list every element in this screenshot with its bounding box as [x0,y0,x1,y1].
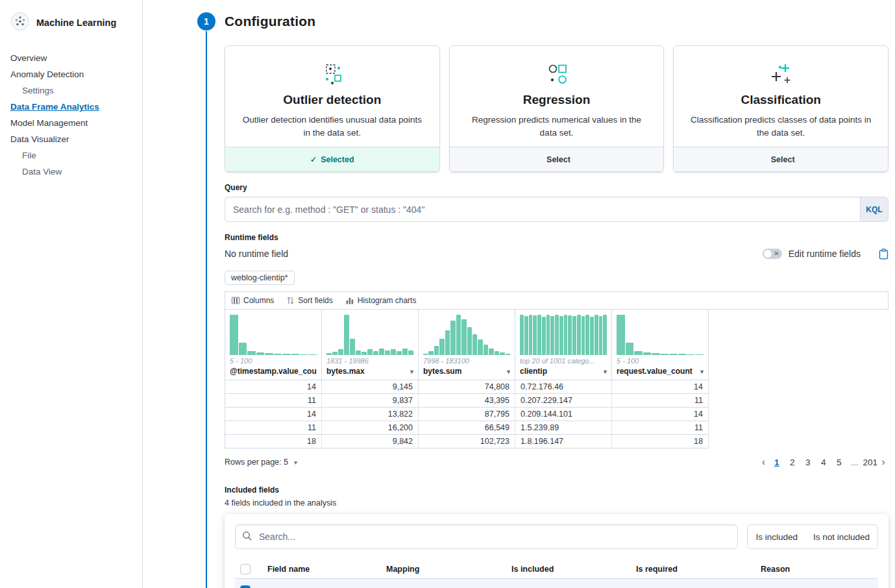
grid-cell: 9,842 [322,435,419,448]
card-description: Regression predicts numerical values in … [464,114,650,139]
fields-table: Field name Mapping Is included Is requir… [235,559,878,588]
sidebar-item-data-frame-analytics[interactable]: Data Frame Analytics [0,99,142,115]
included-fields-subtitle: 4 fields included in the analysis [225,498,889,508]
pagination-ellipsis: ... [847,454,862,470]
column-name-button[interactable]: bytes.sum▾ [423,365,510,380]
grid-cell: 0.207.229.147 [515,394,612,407]
grid-cell: 9,837 [322,394,419,407]
reason-header: Reason [761,565,878,574]
sidebar-item-file[interactable]: File [0,147,142,164]
pagination-next-button[interactable]: › [878,456,889,469]
grid-cell: 0.72.176.46 [515,380,612,393]
pagination-page-1[interactable]: 1 [769,454,784,470]
grid-column-bytes-max: 1831 - 19986 bytes.max▾ [322,310,419,380]
chevron-down-icon: ▾ [507,368,510,375]
classification-card[interactable]: Classification Classification predicts c… [673,45,889,172]
included-fields-label: Included fields [225,485,889,495]
histogram-icon [346,297,354,304]
analytics-type-cards: Outlier detection Outlier detection iden… [225,45,889,172]
regression-icon [464,60,650,89]
rows-per-page-button[interactable]: Rows per page: 5▾ [225,458,297,467]
card-title: Classification [688,93,874,107]
grid-cell: 0.209.144.101 [515,408,612,421]
grid-column-timestamp-value-cou: 5 - 100 @timestamp.value_cou▾ [225,310,322,380]
column-range-label: 5 - 100 [617,357,704,365]
clipboard-icon[interactable] [879,249,889,260]
grid-row: 1116,20066,5491.5.239.8911 [225,421,709,435]
pagination-page-4[interactable]: 4 [816,454,831,470]
pagination-page-3[interactable]: 3 [800,454,815,470]
regression-card[interactable]: Regression Regression predicts numerical… [449,45,665,172]
grid-column-bytes-sum: 7998 - 183100 bytes.sum▾ [419,310,515,380]
classification-icon [688,60,874,89]
kql-button[interactable]: KQL [860,197,889,222]
is-required-cell: No [636,586,761,588]
pagination: ‹12345...201› [759,454,889,470]
column-name-button[interactable]: request.value_count▾ [617,365,704,380]
grid-cell: 11 [225,394,322,407]
pagination-page-5[interactable]: 5 [831,454,846,470]
pagination-prev-button[interactable]: ‹ [759,456,769,469]
grid-cell: 11 [225,421,322,434]
grid-cell: 11 [612,421,709,434]
grid-cell: 14 [612,380,709,393]
grid-row: 149,14574,8080.72.176.4614 [225,380,709,394]
outlier-detection-icon [239,60,425,89]
sidebar-item-model-management[interactable]: Model Management [0,115,142,131]
outlier-detection-card[interactable]: Outlier detection Outlier detection iden… [225,45,440,172]
sidebar-item-overview[interactable]: Overview [0,50,142,66]
edit-runtime-fields-toggle[interactable]: ✕ [763,249,782,259]
is-included-filter-button[interactable]: Is included [748,532,805,542]
query-search-input[interactable] [225,197,860,222]
step-progress-rail [206,31,207,588]
classification-icon [768,62,794,88]
is-required-header: Is required [636,565,761,574]
column-histogram [520,313,607,355]
pagination-page-201[interactable]: 201 [863,454,877,470]
sidebar-item-data-visualizer[interactable]: Data Visualizer [0,131,142,147]
row-checkbox[interactable] [240,585,251,588]
sort-fields-button[interactable]: Sort fields [287,296,332,305]
columns-button[interactable]: Columns [232,296,274,305]
column-histogram [423,313,510,355]
field-name-cell: @timestamp.value_count [267,586,386,588]
chevron-down-icon: ▾ [604,368,607,375]
card-select-button[interactable]: Select [450,147,664,171]
sidebar-nav: OverviewAnomaly DetectionSettingsData Fr… [0,50,142,180]
sort-icon [287,297,294,304]
machine-learning-logo-icon [10,12,30,33]
mapping-header: Mapping [386,565,511,574]
is-not-included-filter-button[interactable]: Is not included [805,532,877,542]
toggle-off-x-icon: ✕ [774,249,779,258]
sidebar-item-anomaly-detection[interactable]: Anomaly Detection [0,66,142,82]
page-title: Configuration [225,14,889,29]
grid-column-request-value-count: 5 - 100 request.value_count▾ [612,310,709,380]
card-select-button[interactable]: ✓Selected [225,147,439,171]
column-name-button[interactable]: bytes.max▾ [326,365,413,380]
runtime-fields-status: No runtime field [225,249,288,259]
grid-cell: 14 [225,408,322,421]
outlier-detection-icon [319,62,345,88]
card-select-button[interactable]: Select [674,147,888,171]
fields-search-input[interactable] [235,524,738,549]
grid-cell: 9,145 [322,380,419,393]
index-pattern-badge: weblog-clientip* [225,271,295,285]
app-title: Machine Learning [36,18,116,28]
sidebar-item-data-view[interactable]: Data View [0,164,142,180]
column-name-button[interactable]: @timestamp.value_cou▾ [230,365,317,380]
data-grid: 5 - 100 @timestamp.value_cou▾ 1831 - 199… [225,310,709,448]
is-included-cell: Yes [511,586,636,588]
grid-cell: 66,549 [419,421,515,434]
chevron-down-icon: ▾ [410,368,413,375]
query-bar: KQL [225,197,889,222]
column-name-button[interactable]: clientip▾ [520,365,607,380]
pagination-page-2[interactable]: 2 [785,454,800,470]
histogram-charts-button[interactable]: Histogram charts [346,296,417,305]
query-label: Query [225,183,889,192]
select-all-checkbox[interactable] [240,564,251,574]
check-icon: ✓ [310,155,317,164]
sidebar-item-settings[interactable]: Settings [0,82,142,99]
column-range-label: 1831 - 19986 [326,357,413,365]
column-range-label: 5 - 100 [230,357,317,365]
grid-cell: 1.5.239.89 [515,421,612,434]
